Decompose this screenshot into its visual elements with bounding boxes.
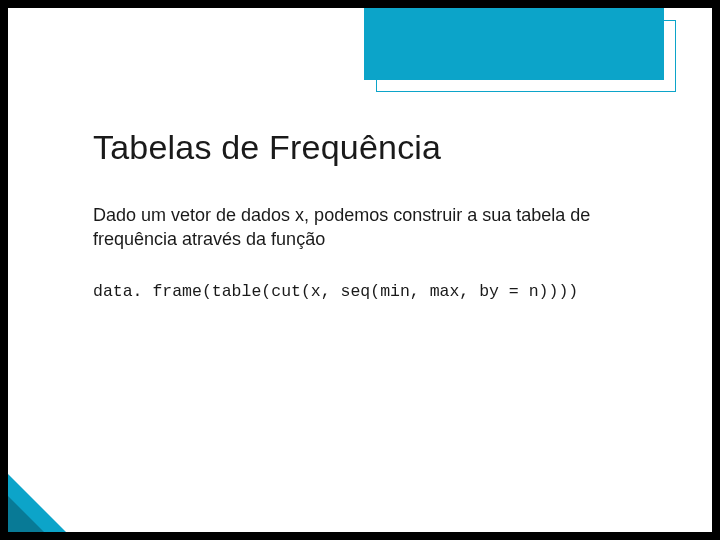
slide-body: Dado um vetor de dados x, podemos constr… xyxy=(93,203,642,252)
code-line: data. frame(table(cut(x, seq(min, max, b… xyxy=(93,282,642,301)
accent-border xyxy=(376,20,676,92)
slide-title: Tabelas de Frequência xyxy=(93,128,642,167)
slide: Tabelas de Frequência Dado um vetor de d… xyxy=(8,8,712,532)
corner-triangle-inner xyxy=(8,496,44,532)
content-area: Tabelas de Frequência Dado um vetor de d… xyxy=(93,128,642,301)
